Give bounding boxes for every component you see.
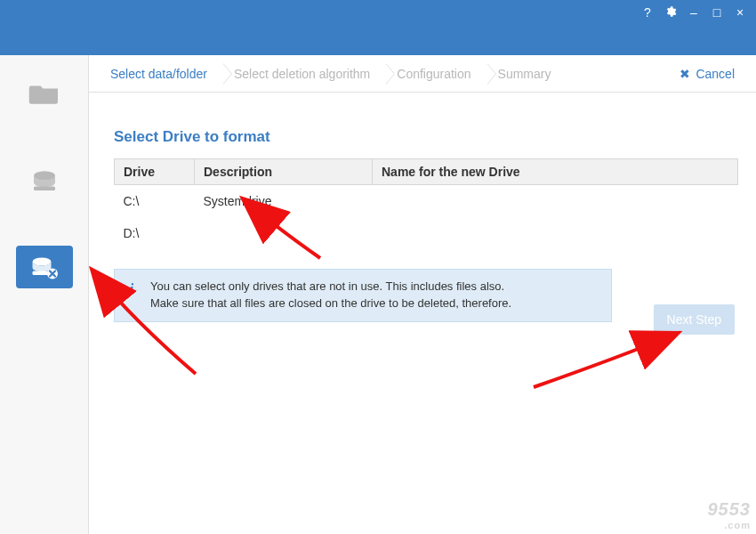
cell-newname: [373, 185, 738, 218]
cell-drive: C:\: [115, 185, 195, 218]
cell-description: Systemdrive: [195, 185, 373, 218]
next-step-button[interactable]: Next Step: [654, 304, 735, 335]
watermark-sub: .com: [708, 520, 752, 530]
close-icon[interactable]: ×: [733, 5, 747, 20]
folder-icon: [28, 77, 60, 109]
col-header-newname: Name for the new Drive: [373, 159, 738, 185]
info-text: You can select only drives that are not …: [150, 279, 511, 312]
info-line-2: Make sure that all files are closed on t…: [150, 295, 511, 312]
drive-x-icon: [28, 251, 60, 283]
table-row[interactable]: D:\: [115, 217, 738, 249]
svg-point-1: [34, 171, 55, 181]
watermark: 9553.com: [708, 499, 752, 530]
chevron-right-icon: [223, 63, 232, 85]
content-area: Select data/folder Select deletion algor…: [89, 55, 756, 534]
breadcrumb: Select data/folder Select deletion algor…: [89, 55, 756, 93]
table-row[interactable]: C:\ Systemdrive: [115, 185, 738, 218]
svg-rect-2: [34, 187, 55, 191]
svg-point-3: [32, 258, 51, 266]
info-box: i You can select only drives that are no…: [114, 269, 612, 322]
info-icon: i: [125, 279, 138, 299]
page-title: Select Drive to format: [114, 128, 738, 146]
breadcrumb-step-select-data[interactable]: Select data/folder: [110, 67, 223, 81]
sidebar-item-drive[interactable]: [16, 158, 73, 201]
col-header-drive: Drive: [115, 159, 195, 185]
main-layout: Select data/folder Select deletion algor…: [0, 55, 756, 534]
cell-description: [195, 217, 373, 249]
breadcrumb-step-configuration: Configuration: [397, 67, 487, 81]
chevron-right-icon: [487, 63, 496, 85]
minimize-icon[interactable]: –: [687, 5, 701, 20]
sidebar-item-files[interactable]: [16, 71, 73, 114]
breadcrumb-step-summary: Summary: [498, 67, 567, 81]
titlebar: ? – □ ×: [0, 0, 756, 55]
chevron-right-icon: [386, 63, 395, 85]
page-body: Select Drive to format Drive Description…: [89, 93, 756, 322]
cancel-button[interactable]: ✖ Cancel: [680, 67, 735, 81]
breadcrumb-step-algorithm: Select deletion algorithm: [234, 67, 386, 81]
cell-newname: [373, 217, 738, 249]
cell-drive: D:\: [115, 217, 195, 249]
drive-icon: [28, 164, 60, 196]
help-icon[interactable]: ?: [640, 5, 655, 20]
maximize-icon[interactable]: □: [710, 5, 724, 20]
watermark-text: 9553: [708, 499, 752, 519]
sidebar-item-drive-delete[interactable]: [16, 246, 73, 288]
sidebar: [0, 55, 89, 534]
cancel-label: Cancel: [696, 67, 735, 81]
drives-table: Drive Description Name for the new Drive…: [114, 158, 738, 249]
gear-icon[interactable]: [664, 5, 678, 20]
info-line-1: You can select only drives that are not …: [150, 279, 511, 295]
close-icon: ✖: [680, 67, 690, 81]
col-header-description: Description: [195, 159, 373, 185]
